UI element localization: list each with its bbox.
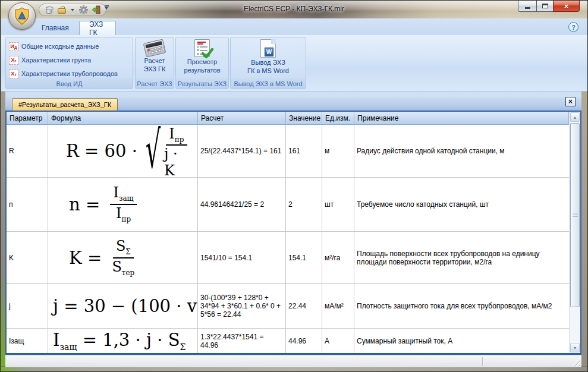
quick-access-toolbar: [39, 4, 106, 16]
table-row[interactable]: R R = 60 · √ Iпр j · K 25/(22.4437*154.1…: [7, 125, 569, 178]
group-rezultaty-ehz: Просмотррезультатов Результаты ЭХЗ: [175, 37, 229, 89]
table-header-row: Параметр Формула Расчет Значение Ед.изм.…: [7, 112, 569, 125]
maximize-button[interactable]: [536, 1, 553, 12]
param-cell: n: [7, 178, 48, 232]
group-caption: Вывод ЭХЗ в MS Word: [231, 78, 306, 89]
minimize-button[interactable]: [518, 1, 536, 12]
workspace-gap: [5, 92, 581, 97]
group-caption: Ввод ИД: [6, 78, 133, 89]
soil-characteristics-icon: Хг: [9, 56, 18, 65]
resize-grip[interactable]: [572, 358, 580, 366]
exit-door-icon[interactable]: [92, 5, 101, 15]
window-controls: ×: [518, 1, 580, 12]
header-formula[interactable]: Формула: [48, 112, 198, 125]
radical-sign: √ Iпр j · K: [145, 125, 195, 178]
view-results-button[interactable]: Просмотррезультатов: [176, 39, 228, 78]
status-bar: [5, 355, 581, 367]
tab-glavnaya[interactable]: Главная: [32, 21, 78, 35]
help-button[interactable]: ?: [568, 22, 578, 32]
dropdown-arrow-icon[interactable]: [70, 5, 75, 15]
note-cell: Площадь поверхности всех трубопроводов н…: [354, 232, 569, 285]
unit-cell: м: [322, 125, 354, 178]
calculator-icon: [143, 39, 166, 57]
group-vyvod-ehz-word: W Вывод ЭХЗГК в MS Word Вывод ЭХЗ в MS W…: [230, 37, 306, 89]
calc-cell: 44.96146421/25 = 2: [198, 178, 286, 232]
unit-cell: шт: [322, 178, 354, 232]
note-cell: Плотность защитного тока для всех трубоп…: [354, 284, 569, 329]
param-cell: j: [7, 284, 48, 329]
close-button[interactable]: ×: [553, 1, 580, 12]
results-table: Параметр Формула Расчет Значение Ед.изм.…: [5, 111, 581, 355]
calc-cell: 30-(100*39 + 128*0 + 34*94 + 3*60.1 + 0.…: [198, 284, 286, 329]
document-tab[interactable]: #Результаты_расчета_ЭХЗ_ГК: [12, 98, 118, 111]
word-document-icon: W: [260, 39, 276, 58]
param-cell: R: [7, 125, 48, 178]
shield-icon: [13, 7, 31, 26]
note-cell: Требуемое число катодных станций, шт: [354, 178, 569, 232]
status-bar-divider: [482, 357, 483, 366]
value-cell: 161: [286, 125, 322, 178]
group-raschet-ehz: РасчетЭХЗ ГК Расчет ЭХЗ: [135, 37, 174, 89]
gear-icon[interactable]: [78, 5, 88, 15]
ribbon: Ид Общие исходные данные Хг Характеристи…: [1, 35, 588, 92]
close-document-button[interactable]: ×: [565, 97, 576, 106]
calc-cell: 1541/10 = 154.1: [198, 232, 286, 285]
header-edizm[interactable]: Ед.изм.: [322, 112, 354, 125]
param-cell: K: [7, 232, 48, 285]
header-primechanie[interactable]: Примечание: [354, 112, 569, 125]
group-caption: Результаты ЭХЗ: [176, 78, 228, 89]
unit-cell: А: [322, 329, 354, 353]
header-parametr[interactable]: Параметр: [7, 112, 48, 125]
unit-cell: мА/м²: [322, 284, 354, 329]
toolbox-icon[interactable]: [57, 5, 67, 15]
calc-cell: 25/(22.4437*154.1) = 161: [198, 125, 286, 178]
formula-cell: n = Iзащ Iпр: [48, 178, 198, 232]
scroll-down-icon[interactable]: ▼: [570, 343, 580, 352]
table-row[interactable]: j j = 30 − (100 · v + 128 30-(100*39 + 1…: [7, 284, 569, 329]
export-to-word-button[interactable]: W Вывод ЭХЗГК в MS Word: [231, 39, 306, 78]
button-obshchie-iskhodnye-dannye[interactable]: Ид Общие исходные данные: [9, 41, 99, 52]
vertical-scrollbar[interactable]: ▲ ▼: [569, 112, 580, 353]
table-row[interactable]: n n = Iзащ Iпр 44.96146421/25 = 2 2 шт Т…: [7, 178, 569, 232]
header-znachenie[interactable]: Значение: [286, 112, 322, 125]
value-cell: 22.44: [286, 284, 322, 329]
qat-customize-icon[interactable]: [103, 5, 110, 10]
scroll-up-icon[interactable]: ▲: [570, 112, 580, 122]
value-cell: 2: [286, 178, 322, 232]
formula-cell: K = SΣ Sтер: [48, 232, 198, 285]
button-kharakteristiki-grunta[interactable]: Хг Характеристики грунта: [9, 55, 91, 65]
value-cell: 44.96: [286, 329, 322, 353]
formula-cell: Iзащ = 1,3 · j · SΣ: [48, 329, 198, 353]
input-data-icon: Ид: [9, 42, 18, 51]
group-caption: Расчет ЭХЗ: [136, 78, 174, 89]
table-row[interactable]: Iзащ Iзащ = 1,3 · j · SΣ 1.3*22.4437*154…: [7, 329, 569, 353]
param-cell: Iзащ: [7, 329, 48, 353]
button-kharakteristiki-truboprovodov[interactable]: Хт Характеристики трубопроводов: [9, 68, 118, 79]
calculate-button[interactable]: РасчетЭХЗ ГК: [136, 39, 174, 78]
app-window: ElectriCS ECP - КП-ЭХЗ-ГК.mir: [0, 0, 588, 372]
group-vvod-id: Ид Общие исходные данные Хг Характеристи…: [5, 37, 133, 89]
unit-cell: м²/га: [322, 232, 354, 285]
document-tab-strip: #Результаты_расчета_ЭХЗ_ГК ×: [5, 97, 581, 111]
app-menu-button[interactable]: [8, 2, 36, 30]
header-raschet[interactable]: Расчет: [198, 112, 286, 125]
tab-ehz-gk[interactable]: ЭХЗ ГК: [79, 21, 116, 35]
table-row[interactable]: K K = SΣ Sтер 1541/10 = 154.1 154.1 м²/г…: [7, 232, 569, 285]
value-cell: 154.1: [286, 232, 322, 285]
note-cell: Суммарный защитный ток, А: [354, 329, 569, 353]
formula-cell: j = 30 − (100 · v + 128: [48, 284, 198, 329]
database-icon[interactable]: [44, 5, 54, 15]
calc-cell: 1.3*22.4437*1541 = 44.96: [198, 329, 286, 353]
document-check-icon: [194, 39, 210, 57]
pipeline-characteristics-icon: Хт: [9, 70, 18, 78]
ribbon-tab-row: Главная ЭХЗ ГК ?: [1, 18, 588, 35]
scrollbar-thumb[interactable]: [570, 123, 580, 307]
formula-cell: R = 60 · √ Iпр j · K: [48, 125, 198, 178]
note-cell: Радиус действия одной катодной станции, …: [354, 125, 569, 178]
